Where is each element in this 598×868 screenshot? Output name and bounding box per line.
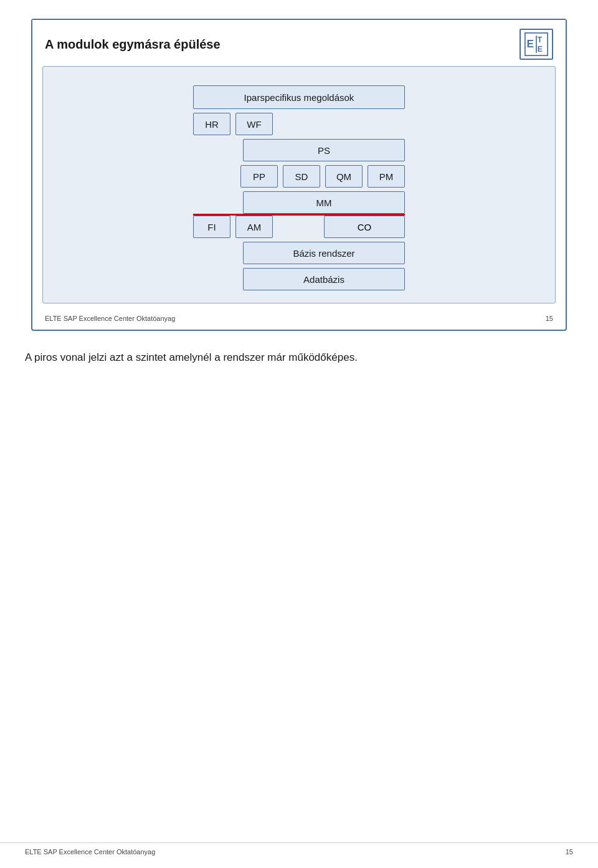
sd-label: SD [295,171,308,182]
module-box-pm: PM [368,165,405,188]
slide-title: A modulok egymásra épülése [45,37,221,52]
slide-footer: ELTE SAP Excellence Center Oktatóanyag 1… [32,310,566,330]
module-box-pp: PP [240,165,278,188]
adatbazis-label: Adatbázis [303,274,344,285]
module-box-wf: WF [235,113,273,135]
row-mm: MM [193,191,405,214]
pm-label: PM [379,171,394,182]
co-label: CO [358,222,372,232]
module-box-mm: MM [243,191,405,214]
pp-label: PP [253,171,265,182]
slide-header: A modulok egymásra épülése E T E [32,20,566,66]
svg-text:T: T [538,36,543,44]
module-box-ps: PS [243,139,405,161]
row-ps: PS [193,139,405,161]
module-box-adatbazis: Adatbázis [243,268,405,290]
hr-label: HR [205,119,219,130]
slide-container: A modulok egymásra épülése E T E Iparspe… [31,19,567,331]
bazis-label: Bázis rendszer [293,248,354,259]
qm-label: QM [336,171,351,182]
module-box-co: CO [324,216,405,238]
fi-am-co-wrapper: FI AM CO [193,216,405,238]
slide-inner: Iparspecifikus megoldások HR WF PS [42,66,556,303]
svg-text:E: E [526,37,534,50]
page-wrapper: A modulok egymásra épülése E T E Iparspe… [0,0,598,868]
row-hr-wf: HR WF [193,113,405,135]
fi-label: FI [207,222,216,232]
row-bazis: Bázis rendszer [193,242,405,264]
slide-footer-page: 15 [546,315,553,322]
module-box-sd: SD [283,165,320,188]
module-diagram: Iparspecifikus megoldások HR WF PS [68,85,530,290]
row-adatbazis: Adatbázis [193,268,405,290]
svg-text:E: E [538,45,543,54]
ps-label: PS [318,145,330,156]
fi-am-group: FI AM [193,216,273,238]
row-pp-sd-qm-pm: PP SD QM PM [193,165,405,188]
description-text: A piros vonal jelzi azt a szintet amelyn… [25,350,358,366]
wf-label: WF [247,119,261,130]
module-box-am: AM [235,216,273,238]
module-box-qm: QM [325,165,363,188]
page-footer-page: 15 [566,848,573,856]
module-box-iparspec: Iparspecifikus megoldások [193,85,405,109]
page-footer-text: ELTE SAP Excellence Center Oktatóanyag [25,848,155,856]
module-box-hr: HR [193,113,230,135]
iparspec-label: Iparspecifikus megoldások [244,92,354,103]
slide-footer-text: ELTE SAP Excellence Center Oktatóanyag [45,315,175,322]
ete-logo: E T E [520,29,553,60]
am-label: AM [247,222,262,232]
page-footer: ELTE SAP Excellence Center Oktatóanyag 1… [0,842,598,856]
mm-label: MM [316,198,332,208]
red-line [193,214,405,216]
module-box-fi: FI [193,216,230,238]
module-box-bazis: Bázis rendszer [243,242,405,264]
